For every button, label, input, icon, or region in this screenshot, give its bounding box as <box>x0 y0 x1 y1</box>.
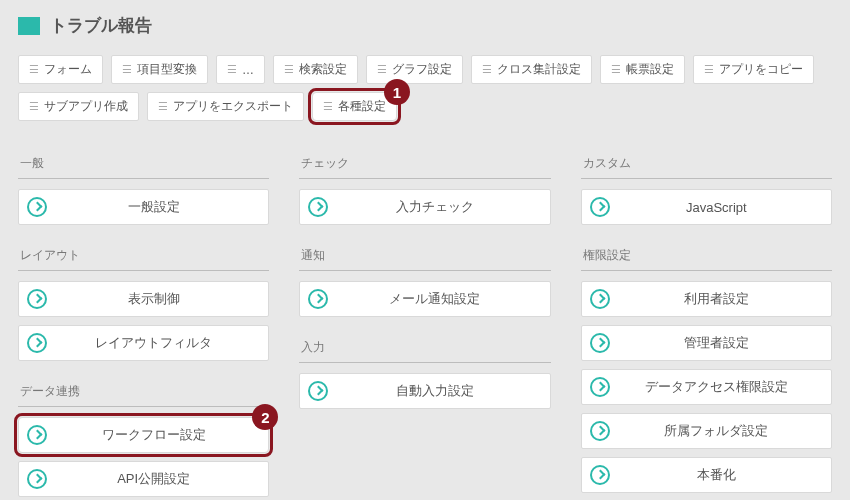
item-label: 本番化 <box>610 466 823 484</box>
list-icon: ☰ <box>377 64 387 75</box>
list-icon: ☰ <box>122 64 132 75</box>
arrow-icon <box>27 197 47 217</box>
item-input-check[interactable]: 入力チェック <box>299 189 550 225</box>
tab-label: サブアプリ作成 <box>44 98 128 115</box>
item-admin-settings[interactable]: 管理者設定 <box>581 325 832 361</box>
item-api-publish-settings[interactable]: API公開設定 <box>18 461 269 497</box>
item-folder-settings[interactable]: 所属フォルダ設定 <box>581 413 832 449</box>
item-label: JavaScript <box>610 200 823 215</box>
tab-graph-settings[interactable]: ☰グラフ設定 <box>366 55 463 84</box>
list-icon: ☰ <box>323 101 333 112</box>
col-middle: チェック 入力チェック 通知 メール通知設定 入力 自動入力設定 <box>299 151 550 500</box>
tab-label: アプリをエクスポート <box>173 98 293 115</box>
item-general-settings[interactable]: 一般設定 <box>18 189 269 225</box>
arrow-icon <box>590 465 610 485</box>
tab-label: グラフ設定 <box>392 61 452 78</box>
tab-various-settings[interactable]: ☰ 各種設定 1 <box>312 92 397 121</box>
item-label: 管理者設定 <box>610 334 823 352</box>
list-icon: ☰ <box>611 64 621 75</box>
arrow-icon <box>590 197 610 217</box>
item-label: ワークフロー設定 <box>47 426 260 444</box>
section-layout: レイアウト <box>18 243 269 271</box>
tab-label: 各種設定 <box>338 98 386 115</box>
annotation-badge-2: 2 <box>252 404 278 430</box>
list-icon: ☰ <box>29 64 39 75</box>
arrow-icon <box>27 333 47 353</box>
item-label: 一般設定 <box>47 198 260 216</box>
tab-label: 検索設定 <box>299 61 347 78</box>
item-label: データアクセス権限設定 <box>610 378 823 396</box>
tab-copy-app[interactable]: ☰アプリをコピー <box>693 55 814 84</box>
tab-cross-tab-settings[interactable]: ☰クロス集計設定 <box>471 55 592 84</box>
arrow-icon <box>308 289 328 309</box>
section-permission: 権限設定 <box>581 243 832 271</box>
arrow-icon <box>590 421 610 441</box>
page-header: トラブル報告 <box>18 14 832 37</box>
tab-label: アプリをコピー <box>719 61 803 78</box>
item-label: 利用者設定 <box>610 290 823 308</box>
item-label: メール通知設定 <box>328 290 541 308</box>
section-custom: カスタム <box>581 151 832 179</box>
list-icon: ☰ <box>29 101 39 112</box>
tab-search-settings[interactable]: ☰検索設定 <box>273 55 358 84</box>
arrow-icon <box>27 289 47 309</box>
arrow-icon <box>27 425 47 445</box>
tab-label: 項目型変換 <box>137 61 197 78</box>
tab-export-app[interactable]: ☰アプリをエクスポート <box>147 92 304 121</box>
item-label: 自動入力設定 <box>328 382 541 400</box>
section-notify: 通知 <box>299 243 550 271</box>
item-layout-filter[interactable]: レイアウトフィルタ <box>18 325 269 361</box>
tab-label: … <box>242 63 254 77</box>
tab-type-convert[interactable]: ☰項目型変換 <box>111 55 208 84</box>
item-javascript[interactable]: JavaScript <box>581 189 832 225</box>
col-left: 一般 一般設定 レイアウト 表示制御 レイアウトフィルタ データ連携 ワークフロ… <box>18 151 269 500</box>
item-label: API公開設定 <box>47 470 260 488</box>
tab-form[interactable]: ☰フォーム <box>18 55 103 84</box>
item-data-access-permission[interactable]: データアクセス権限設定 <box>581 369 832 405</box>
item-workflow-settings[interactable]: ワークフロー設定 2 <box>18 417 269 453</box>
item-auto-input-settings[interactable]: 自動入力設定 <box>299 373 550 409</box>
section-input: 入力 <box>299 335 550 363</box>
item-label: 表示制御 <box>47 290 260 308</box>
item-label: 入力チェック <box>328 198 541 216</box>
tab-create-subapp[interactable]: ☰サブアプリ作成 <box>18 92 139 121</box>
tab-label: 帳票設定 <box>626 61 674 78</box>
item-label: レイアウトフィルタ <box>47 334 260 352</box>
col-right: カスタム JavaScript 権限設定 利用者設定 管理者設定 データアクセス… <box>581 151 832 500</box>
tab-label: クロス集計設定 <box>497 61 581 78</box>
section-check: チェック <box>299 151 550 179</box>
list-icon: ☰ <box>704 64 714 75</box>
list-icon: ☰ <box>482 64 492 75</box>
tab-bar: ☰フォーム ☰項目型変換 ☰… ☰検索設定 ☰グラフ設定 ☰クロス集計設定 ☰帳… <box>18 55 832 121</box>
item-display-control[interactable]: 表示制御 <box>18 281 269 317</box>
list-icon: ☰ <box>158 101 168 112</box>
list-icon: ☰ <box>284 64 294 75</box>
arrow-icon <box>308 197 328 217</box>
list-icon: ☰ <box>227 64 237 75</box>
section-data-link: データ連携 <box>18 379 269 407</box>
section-general: 一般 <box>18 151 269 179</box>
item-production[interactable]: 本番化 <box>581 457 832 493</box>
item-user-settings[interactable]: 利用者設定 <box>581 281 832 317</box>
arrow-icon <box>590 333 610 353</box>
tab-more[interactable]: ☰… <box>216 55 265 84</box>
tab-report-settings[interactable]: ☰帳票設定 <box>600 55 685 84</box>
page-title: トラブル報告 <box>50 14 152 37</box>
arrow-icon <box>590 377 610 397</box>
arrow-icon <box>27 469 47 489</box>
arrow-icon <box>308 381 328 401</box>
arrow-icon <box>590 289 610 309</box>
tab-label: フォーム <box>44 61 92 78</box>
item-mail-notify-settings[interactable]: メール通知設定 <box>299 281 550 317</box>
item-label: 所属フォルダ設定 <box>610 422 823 440</box>
annotation-badge-1: 1 <box>384 79 410 105</box>
settings-columns: 一般 一般設定 レイアウト 表示制御 レイアウトフィルタ データ連携 ワークフロ… <box>18 151 832 500</box>
window-icon <box>18 17 40 35</box>
